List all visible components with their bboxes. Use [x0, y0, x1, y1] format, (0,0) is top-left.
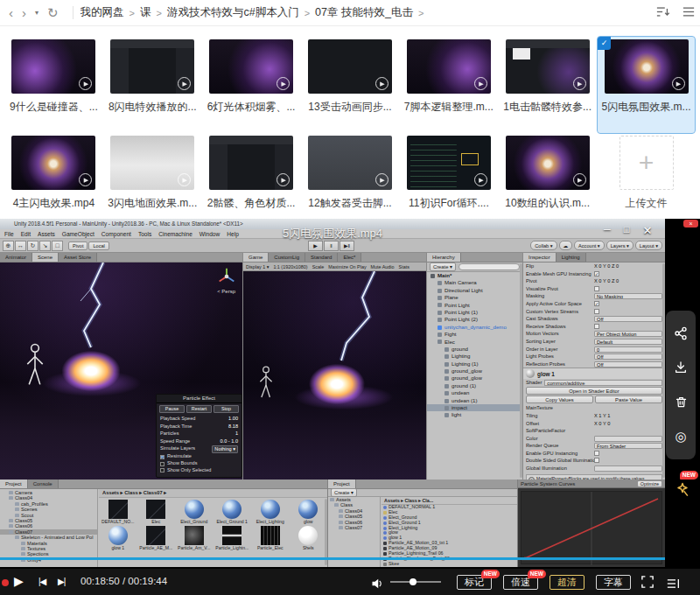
asset-thumbnail-streak: [261, 526, 280, 545]
hierarchy-create-row: Create ▾: [427, 262, 522, 272]
minimize-button[interactable]: ─: [604, 224, 611, 237]
particle-row-label: Simulate Layers: [160, 444, 195, 453]
file-tile[interactable]: ▶12触发器受击脚...: [302, 133, 399, 229]
particle-row-value: 1.00: [228, 415, 238, 423]
close-button[interactable]: ✕: [642, 224, 652, 237]
particle-row: Speed Range0.0 - 1.0: [157, 438, 242, 445]
inspector-row: Double Sided Global Illumination: [523, 457, 665, 465]
breadcrumb-item[interactable]: 游戏技术特效与c#脚本入门: [167, 5, 299, 20]
file-tile[interactable]: ▶6灯光体积烟雾、...: [203, 37, 300, 133]
action-button-倍速[interactable]: 倍速NEW: [503, 575, 538, 590]
checkbox: [594, 309, 599, 314]
window-controls: ─ □ ✕: [604, 224, 652, 237]
file-tile[interactable]: ▶11初识For循环....: [400, 133, 497, 229]
volume-knob[interactable]: [410, 578, 416, 585]
video-player[interactable]: Unity 2018.4.5f1 Personal - MainUnity - …: [0, 219, 700, 595]
file-name: 13受击动画同步...: [302, 100, 399, 115]
inspector-field: Off: [594, 354, 662, 360]
rect-tool: □: [52, 241, 63, 251]
history-caret-icon[interactable]: ▾: [35, 9, 38, 17]
mesh-icon: [383, 563, 387, 566]
play-icon: ▶: [79, 173, 92, 186]
unity-dropdown: Account ▾: [574, 241, 605, 250]
tex-icon: [383, 542, 387, 545]
sort-desc-icon[interactable]: [656, 5, 670, 21]
pivot-local-group: Pivot Local: [68, 242, 109, 250]
download-icon[interactable]: [672, 359, 690, 376]
trash-icon[interactable]: [672, 394, 690, 411]
file-tile[interactable]: ▶3闪电地面效果.m...: [104, 133, 201, 229]
particle-panel-checks: ✓ResimulateShow BoundsShow Only Selected: [157, 453, 242, 473]
maximize-button[interactable]: □: [624, 224, 630, 237]
scene-viewport: < Persp Particle Effect PauseRestartStop…: [0, 262, 242, 480]
file-tile[interactable]: ▶13受击动画同步...: [302, 37, 399, 133]
next-button[interactable]: ▶|: [58, 577, 65, 586]
inspector-row-label: Color: [526, 435, 594, 443]
shader-label: Shader: [526, 379, 542, 386]
record-icon[interactable]: ◎: [672, 428, 690, 445]
view-toggle-icon[interactable]: [682, 5, 695, 21]
file-tile[interactable]: ✓▶5闪电氛围效果.m...: [598, 37, 695, 133]
play-icon: ▶: [375, 173, 388, 186]
play-button[interactable]: ▶: [14, 574, 24, 588]
video-thumbnail: ▶: [506, 136, 590, 190]
tab-scene: Scene: [32, 253, 59, 262]
forward-icon[interactable]: ›: [22, 6, 26, 19]
particle-checkbox-row: Show Only Selected: [157, 467, 242, 474]
file-tile[interactable]: ▶10数组的认识.m...: [499, 133, 596, 229]
open-shader-editor-button: Open in Shader Editor: [526, 387, 662, 395]
file-tile[interactable]: ▶4主闪电效果.mp4: [5, 133, 102, 229]
unity-transport: ▶‖▶‖: [308, 241, 354, 251]
curves-header: Particle System Curves Optimize: [518, 480, 665, 488]
unity-play-button: ▶: [308, 241, 323, 251]
tab-game: Game: [243, 253, 269, 262]
file-tile[interactable]: ▶1电击骷髅特效参...: [499, 37, 596, 133]
skeleton-character: [24, 343, 46, 394]
fullscreen-icon[interactable]: [641, 576, 654, 592]
playlist-icon[interactable]: [667, 577, 680, 592]
back-icon[interactable]: ‹: [9, 6, 13, 19]
refresh-icon[interactable]: ↻: [47, 6, 59, 19]
game-bar-item: Display 1 ▾: [246, 262, 269, 270]
breadcrumb-item[interactable]: 07章 技能特效_电击: [315, 5, 413, 20]
volume-icon[interactable]: [371, 577, 384, 592]
share-icon[interactable]: [672, 325, 690, 342]
file-tile[interactable]: ▶2骷髅、角色材质...: [203, 133, 300, 229]
inspector-row: MaskingNo Masking: [523, 292, 665, 300]
copy-values-button: Copy Values: [526, 396, 593, 403]
game-bar-item: Stats: [399, 262, 410, 270]
checkbox: [594, 451, 599, 456]
tab-console: Console: [28, 480, 59, 488]
wand-float[interactable]: NEW: [665, 471, 698, 506]
inspector-panel: InspectorLighting FlipX 0 Y 0 Z 0Enable …: [523, 253, 665, 480]
breadcrumb-item[interactable]: 课: [140, 5, 151, 20]
tab-inspector: Inspector: [523, 253, 556, 262]
inspector-row-label: SoftParticleFactor: [526, 427, 594, 435]
project-panel-2: Project Create ▾ AssetsClassClass04Class…: [328, 480, 518, 567]
upload-tile[interactable]: + 上传文件: [598, 133, 695, 229]
previous-button[interactable]: |◀: [38, 577, 46, 586]
action-button-超清[interactable]: 超清: [550, 575, 584, 590]
upload-label: 上传文件: [598, 196, 695, 211]
asset-item: Particle_Lightn...: [214, 525, 252, 551]
hierarchy-panel: Hierarchy Create ▾ Main*Main CameraDirec…: [427, 253, 523, 480]
video-thumbnail: ▶: [407, 39, 491, 94]
breadcrumb-item[interactable]: 我的网盘: [80, 5, 124, 20]
file-tile[interactable]: ▶9什么是碰撞器、...: [5, 37, 102, 133]
inspector-tab-strip: InspectorLighting: [523, 253, 665, 262]
skeleton-character: [257, 366, 275, 404]
plus-icon: +: [639, 150, 654, 176]
upload-box: +: [620, 136, 674, 190]
file-tile[interactable]: ▶7脚本逻辑整理.m...: [400, 37, 497, 133]
video-frame: Unity 2018.4.5f1 Personal - MainUnity - …: [0, 219, 665, 567]
file-tile[interactable]: ▶8闪电特效播放的...: [104, 37, 201, 133]
project2-breadcrumb: Assets ▸ Class ▸ Cla...: [382, 497, 517, 505]
action-button-字幕[interactable]: 字幕: [596, 575, 631, 590]
browser-chrome: ‹ › ▾ ↻ 我的网盘>课>游戏技术特效与c#脚本入门>07章 技能特效_电击…: [0, 0, 700, 26]
game-bar-item: Maximize On Play: [328, 262, 366, 270]
asset-name: Particle_Am_V...: [175, 545, 214, 551]
scene-tab-strip: AnimatorSceneAsset Store: [0, 253, 242, 262]
action-button-标记[interactable]: 标记NEW: [457, 575, 492, 590]
mini-close-badge[interactable]: ×: [683, 220, 698, 228]
magic-wand-icon[interactable]: [674, 481, 691, 502]
